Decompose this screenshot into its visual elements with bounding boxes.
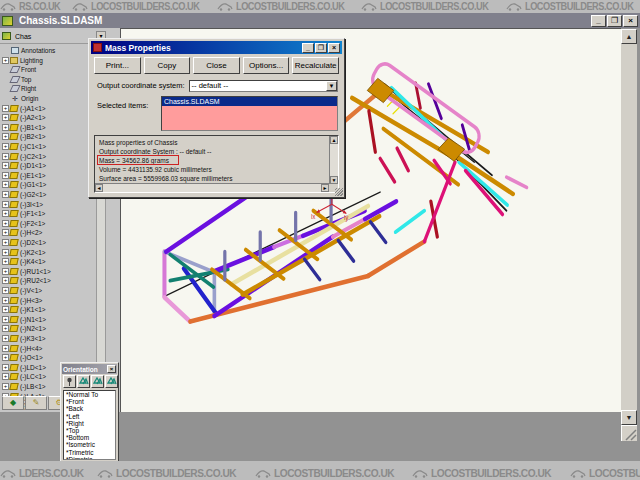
tree-item[interactable]: Front [2,65,36,74]
tree-item[interactable]: ✛Origin [2,94,38,103]
tree-expander-icon[interactable]: + [2,287,9,294]
orientation-view-item[interactable]: *Trimetric [64,449,115,456]
update-views-icon[interactable] [77,375,90,388]
tree-item[interactable]: +(-)H<2> [2,228,42,237]
tree-expander-icon[interactable]: + [2,133,9,140]
tree-expander-icon[interactable]: + [2,345,9,352]
results-horizontal-scrollbar[interactable]: ◄ ► [95,183,329,192]
tab-feature-manager[interactable]: ◆ [2,396,24,410]
results-scroll-up-icon[interactable]: ▲ [330,136,338,144]
recalculate-button[interactable]: Recalculate [292,57,339,74]
restore-button[interactable]: ❐ [607,15,622,27]
tree-item[interactable]: +(-)E1<1> [2,171,46,180]
tree-expander-icon[interactable]: + [2,268,9,275]
tree-expander-icon[interactable]: + [2,181,9,188]
tree-expander-icon[interactable]: + [2,143,9,150]
tree-item[interactable]: +(-)V<1> [2,286,42,295]
tree-item[interactable]: +(-)G2<1> [2,190,46,199]
close-button[interactable]: × [623,15,638,27]
print-button[interactable]: Print... [94,57,141,74]
tree-item[interactable]: Top [2,75,31,84]
tree-item[interactable]: +(-)D1<1> [2,161,46,170]
viewport-vertical-scrollbar[interactable]: ▲ ▼ [621,29,637,425]
tree-expander-icon[interactable]: + [2,220,9,227]
tree-expander-icon[interactable]: + [2,124,9,131]
copy-button[interactable]: Copy [144,57,191,74]
tree-expander-icon[interactable]: + [2,325,9,332]
tree-expander-icon[interactable]: + [2,191,9,198]
tree-item[interactable]: +(-)C1<1> [2,142,46,151]
tree-item[interactable]: +(-)F2<1> [2,219,45,228]
tree-expander-icon[interactable]: + [2,239,9,246]
selected-item[interactable]: Chassis.SLDASM [162,97,337,106]
tree-expander-icon[interactable]: + [2,153,9,160]
orientation-close-icon[interactable]: × [107,365,116,373]
tree-item[interactable]: +(-)RU1<1> [2,267,51,276]
scroll-down-icon[interactable]: ▼ [621,410,637,425]
selected-items-list[interactable]: Chassis.SLDASM [161,96,338,131]
close-button[interactable]: Close [193,57,240,74]
tree-item[interactable]: +(-)LB<1> [2,382,46,391]
tree-item[interactable]: +(-)K3<1> [2,334,46,343]
tree-item[interactable]: +(-)K2<1> [2,248,46,257]
tree-expander-icon[interactable]: + [2,297,9,304]
tree-expander-icon[interactable]: + [2,210,9,217]
tree-expander-icon[interactable]: + [2,316,9,323]
pushpin-icon[interactable] [63,375,76,388]
minimize-button[interactable]: _ [591,15,606,27]
results-vertical-scrollbar[interactable]: ▲ ▼ [329,136,338,184]
mass-results-box[interactable]: Mass properties of ChassisOutput coordin… [94,135,339,193]
options-button[interactable]: Options... [243,57,290,74]
tree-expander-icon[interactable]: + [2,306,9,313]
window-resize-grip[interactable] [621,425,637,441]
tree-item[interactable]: +(-)K4<1> [2,257,46,266]
tree-expander-icon[interactable]: + [2,105,9,112]
tab-property-manager[interactable]: ✎ [25,396,47,410]
tree-expander-icon[interactable]: + [2,258,9,265]
scroll-up-icon[interactable]: ▲ [621,29,637,44]
tree-expander-icon[interactable]: + [2,172,9,179]
tree-item[interactable]: +(-)C2<1> [2,152,46,161]
results-scroll-down-icon[interactable]: ▼ [330,176,338,184]
orientation-view-item[interactable]: *Right [64,420,115,427]
tree-expander-icon[interactable]: + [2,162,9,169]
dialog-resize-grip[interactable] [335,188,343,196]
mass-dialog-titlebar[interactable]: Mass Properties _ ❐ × [91,41,342,54]
orientation-view-item[interactable]: *Dimetric [64,456,115,460]
tree-expander-icon[interactable]: + [2,354,9,361]
dialog-minimize-icon[interactable]: _ [302,43,314,53]
orientation-view-list[interactable]: *Normal To*Front*Back*Left*Right*Top*Bot… [63,390,116,460]
tree-expander-icon[interactable]: + [2,114,9,121]
tree-item[interactable]: +(-)A1<1> [2,104,46,113]
tree-item[interactable]: +(-)B2<1> [2,132,46,141]
orientation-view-item[interactable]: *Left [64,413,115,420]
dialog-close-icon[interactable]: × [328,43,340,53]
tree-item[interactable]: +(-)D2<1> [2,238,46,247]
dialog-restore-icon[interactable]: ❐ [315,43,327,53]
results-scroll-left-icon[interactable]: ◄ [95,184,103,192]
tree-item[interactable]: +(-)F1<1> [2,209,45,218]
results-scroll-right-icon[interactable]: ► [321,184,329,192]
tree-item[interactable]: Annotations [2,46,55,55]
orientation-view-item[interactable]: *Top [64,427,115,434]
tree-expander-icon[interactable]: + [2,201,9,208]
tree-expander-icon[interactable]: + [2,249,9,256]
orientation-view-item[interactable]: *Front [64,398,115,405]
tree-item[interactable]: +(-)H<4> [2,344,42,353]
tree-item[interactable]: +Lighting [2,56,43,65]
coordinate-system-combo[interactable]: -- default -- ▼ [189,80,338,92]
reset-views-icon[interactable] [91,375,104,388]
tree-item[interactable]: +(-)O<1> [2,353,43,362]
tree-item[interactable]: +(-)G1<1> [2,180,46,189]
tree-expander-icon[interactable]: + [2,57,9,64]
tree-expander-icon[interactable]: + [2,364,9,371]
tree-item[interactable]: +(-)N2<1> [2,324,46,333]
tree-expander-icon[interactable]: + [2,383,9,390]
tree-item[interactable]: +(-)RU2<1> [2,276,51,285]
tree-item[interactable]: +(-)A2<1> [2,113,46,122]
orientation-view-item[interactable]: *Normal To [64,391,115,398]
tree-expander-icon[interactable]: + [2,335,9,342]
tree-item[interactable]: +(-)LD<1> [2,363,46,372]
tree-expander-icon[interactable]: + [2,277,9,284]
tree-item[interactable]: +(-)B1<1> [2,123,46,132]
